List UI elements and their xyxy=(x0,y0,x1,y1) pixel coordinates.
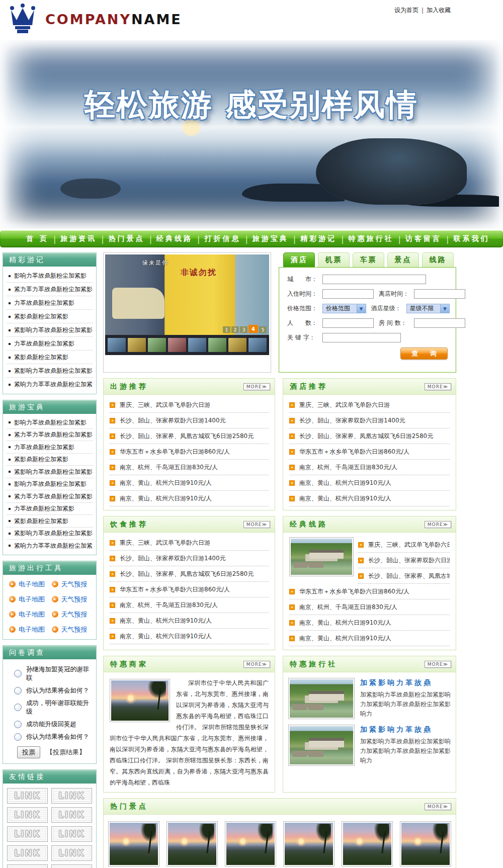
list-item[interactable]: 南京、黄山、杭州六日游910元/人 xyxy=(289,615,450,631)
list-item[interactable]: 紧影响力革故鼎新粉尘加紧影 xyxy=(6,323,93,337)
price-select[interactable]: 价格范围▼ xyxy=(322,304,366,313)
friend-link-banner[interactable]: LINK xyxy=(51,864,92,868)
list-item[interactable]: 南京、黄山、杭州六日游910元/人 xyxy=(289,475,450,491)
search-button[interactable]: 查 询 xyxy=(400,348,448,360)
tab-route[interactable]: 线路 xyxy=(422,252,454,267)
chevron-down-icon[interactable]: ▼ xyxy=(357,304,366,313)
friend-link-banner[interactable]: LINK xyxy=(7,845,48,861)
friend-link-banner[interactable]: LINK xyxy=(51,826,92,842)
add-favorite-link[interactable]: 加入收藏 xyxy=(427,6,451,15)
spot-thumbnail[interactable]: 夕阳美景 xyxy=(108,821,159,868)
nav-item-stories[interactable]: 精彩游记 xyxy=(300,234,337,243)
chevron-down-icon[interactable]: ▼ xyxy=(440,304,449,313)
list-item[interactable]: 紧力革力革故鼎新粉尘加紧影 xyxy=(6,283,93,296)
list-item[interactable]: 影响力革故鼎新粉尘加紧影 xyxy=(6,269,93,283)
list-item[interactable]: 影响力革故鼎新粉尘加紧影 xyxy=(6,478,93,491)
pager-number[interactable]: 2 xyxy=(231,326,239,333)
friend-link-banner[interactable]: LINK xyxy=(7,826,48,842)
list-item[interactable]: 南京、黄山、杭州六日游910元/人 xyxy=(110,491,269,506)
list-item[interactable]: 长沙、韶山、张家界双卧六日游1400元 xyxy=(289,413,450,428)
list-item[interactable]: 紧影鼎新粉尘加紧影 xyxy=(6,351,93,364)
list-item[interactable]: 紧影响力革故鼎新粉尘加紧影 xyxy=(6,528,93,540)
agency-card[interactable]: 加紧影响力革故鼎 加紧影响力革故鼎新粉尘加紧影响力加紧影响力革故鼎新粉尘加紧影响… xyxy=(288,725,451,766)
nav-item-agency[interactable]: 特惠旅行社 xyxy=(349,234,394,243)
list-item[interactable]: 华东五市＋水乡单飞单卧六日游860元/人 xyxy=(110,582,269,597)
more-button[interactable]: MORE≫ xyxy=(425,383,451,390)
spot-thumbnail[interactable]: 夕阳美景 xyxy=(283,821,334,868)
keyword-input[interactable] xyxy=(322,333,401,342)
more-button[interactable]: MORE≫ xyxy=(243,661,270,668)
nav-item-news[interactable]: 旅游资讯 xyxy=(60,234,97,243)
tab-scenic[interactable]: 景点 xyxy=(387,252,419,267)
friend-link-banner[interactable]: LINK xyxy=(51,845,92,861)
checkin-input[interactable] xyxy=(322,289,374,299)
list-item[interactable]: 紧影鼎新粉尘加紧影 xyxy=(6,310,93,323)
friend-link-banner[interactable]: LINK xyxy=(51,788,92,804)
list-item[interactable]: 力革故鼎新粉尘加紧影 xyxy=(6,503,93,515)
spot-thumbnail[interactable]: 夕阳美景 xyxy=(225,821,276,868)
list-item[interactable]: 长沙、韶山、张家界、凤凰古城双飞6日游2580元 xyxy=(289,428,450,444)
radio-icon[interactable] xyxy=(14,733,22,741)
rooms-input[interactable] xyxy=(414,318,465,328)
more-button[interactable]: MORE≫ xyxy=(243,383,270,390)
nav-item-contact[interactable]: 联系我们 xyxy=(453,234,489,243)
list-item[interactable]: 影响力革故鼎新粉尘加紧影 xyxy=(6,416,93,429)
weather-link[interactable]: ▸天气预报 xyxy=(52,595,95,604)
list-item[interactable]: 紧影鼎新粉尘加紧影 xyxy=(6,515,93,528)
list-item[interactable]: 南京、黄山、杭州六日游910元/人 xyxy=(110,475,269,491)
radio-icon[interactable] xyxy=(14,687,22,695)
list-item[interactable]: 南京、杭州、千岛湖五日游830元/人 xyxy=(110,597,269,613)
weather-link[interactable]: ▸天气预报 xyxy=(52,625,95,634)
agency-card[interactable]: 加紧影响力革故鼎 加紧影响力革故鼎新粉尘加紧影响力加紧影响力革故鼎新粉尘加紧影响… xyxy=(288,678,451,719)
vote-result-link[interactable]: 【投票结果】 xyxy=(46,748,86,757)
people-input[interactable] xyxy=(322,318,374,328)
list-item[interactable]: 南京、黄山、杭州六日游910元/人 xyxy=(110,629,269,644)
nav-item-hotspots[interactable]: 热门景点 xyxy=(109,234,145,243)
radio-icon[interactable] xyxy=(14,721,22,728)
list-item[interactable]: 紧力革力革故鼎新粉尘加紧影 xyxy=(6,490,93,503)
more-button[interactable]: MORE≫ xyxy=(425,521,451,528)
list-item[interactable]: 长沙、韶山、张家界、凤凰古城双 xyxy=(358,568,450,584)
list-item[interactable]: 紧影鼎新粉尘加紧影 xyxy=(6,454,93,466)
more-button[interactable]: MORE≫ xyxy=(425,661,451,668)
spot-thumbnail[interactable]: 夕阳美景 xyxy=(166,821,218,868)
map-link[interactable]: ▸电子地图 xyxy=(9,595,52,604)
city-input[interactable] xyxy=(322,275,426,284)
list-item[interactable]: 华东五市＋水乡单飞单卧六日游860元/人 xyxy=(289,584,450,599)
survey-option[interactable]: 成功，明年谢菲联能升级 xyxy=(14,699,93,716)
map-link[interactable]: ▸电子地图 xyxy=(9,580,52,589)
list-item[interactable]: 南京、杭州、千岛湖五日游830元/人 xyxy=(289,599,450,615)
nav-item-guide[interactable]: 旅游宝典 xyxy=(253,234,289,243)
list-item[interactable]: 重庆、三峡、武汉单飞单卧六日游 xyxy=(358,537,450,553)
list-item[interactable]: 华东五市＋水乡单飞单卧六日游860元/人 xyxy=(110,444,269,460)
pager-number[interactable]: 5 xyxy=(259,326,267,333)
list-item[interactable]: 紧影响力革故鼎新粉尘加紧影 xyxy=(6,466,93,478)
friend-link-banner[interactable]: LINK xyxy=(7,864,48,868)
list-item[interactable]: 长沙、韶山、张家界双卧六日游14 xyxy=(358,553,450,568)
nav-item-home[interactable]: 首 页 xyxy=(26,234,49,243)
tab-flight[interactable]: 机票 xyxy=(318,252,350,267)
pager-number[interactable]: 1 xyxy=(223,326,230,333)
list-item[interactable]: 长沙、韶山、张家界双卧六日游1400元 xyxy=(110,413,269,428)
map-link[interactable]: ▸电子地图 xyxy=(9,610,52,619)
list-item[interactable]: 紧响力力革革故鼎新粉尘加紧 xyxy=(6,378,93,391)
pager-number[interactable]: 3 xyxy=(240,326,247,333)
friend-link-banner[interactable]: LINK xyxy=(7,788,48,804)
list-item[interactable]: 长沙、韶山、张家界双卧六日游1400元 xyxy=(110,551,269,566)
list-item[interactable]: 重庆、三峡、武汉单飞单卧六日游 xyxy=(110,397,269,413)
survey-option[interactable]: 成功能升级回英超 xyxy=(14,720,93,729)
radio-icon[interactable] xyxy=(14,670,22,677)
list-item[interactable]: 南京、黄山、杭州六日游910元/人 xyxy=(110,613,269,629)
list-item[interactable]: 紧力革力革故鼎新粉尘加紧影 xyxy=(6,429,93,442)
list-item[interactable]: 南京、黄山、杭州六日游910元/人 xyxy=(289,491,450,506)
friend-link-banner[interactable]: LINK xyxy=(51,807,92,823)
survey-option[interactable]: 你认为结果将会如何？ xyxy=(14,733,93,741)
weather-link[interactable]: ▸天气预报 xyxy=(52,580,95,589)
vote-button[interactable]: 投票 xyxy=(17,746,40,758)
map-link[interactable]: ▸电子地图 xyxy=(9,625,52,634)
spot-thumbnail[interactable]: 夕阳美景 xyxy=(400,821,451,868)
agency-title[interactable]: 加紧影响力革故鼎 xyxy=(360,678,451,687)
radio-icon[interactable] xyxy=(14,704,22,711)
list-item[interactable]: 南京、杭州、千岛湖五日游830元/人 xyxy=(110,460,269,475)
nav-item-discount[interactable]: 打折信息 xyxy=(204,234,240,243)
